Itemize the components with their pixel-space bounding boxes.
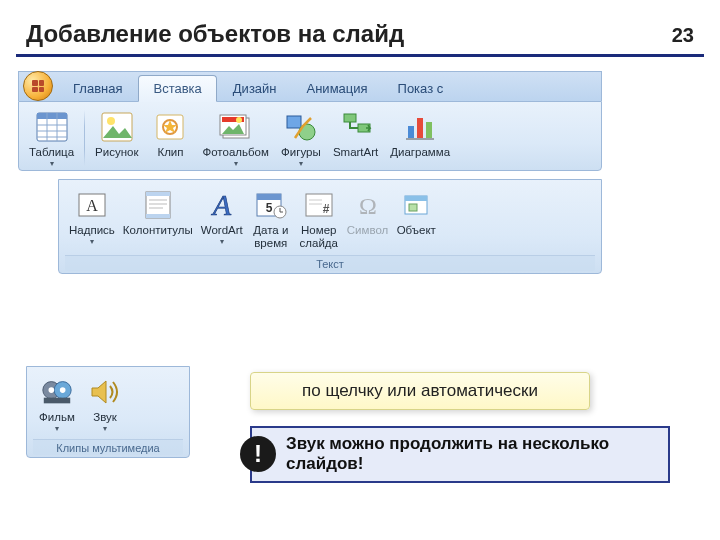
svg-point-8	[107, 117, 115, 125]
caret-icon: ▾	[50, 160, 54, 168]
symbol-label: Символ	[347, 224, 388, 238]
tab-animation[interactable]: Анимация	[293, 76, 382, 101]
object-button[interactable]: Объект	[392, 186, 440, 249]
exclamation-icon: !	[240, 436, 276, 472]
svg-text:Ω: Ω	[359, 193, 377, 219]
ribbon-illustrations: Таблица ▾ Рисунок ▾ Клип ▾ Фотоальбом ▾	[18, 101, 602, 171]
shapes-label: Фигуры	[281, 146, 321, 160]
svg-rect-17	[344, 114, 356, 122]
info-text: Звук можно продолжить на несколько слайд…	[286, 434, 658, 475]
slidenumber-label: Номер слайда	[300, 224, 338, 249]
sound-icon	[88, 375, 122, 409]
chart-icon	[403, 110, 437, 144]
clip-label: Клип	[157, 146, 183, 160]
svg-rect-33	[257, 194, 281, 200]
tab-home[interactable]: Главная	[59, 76, 136, 101]
sound-button[interactable]: Звук ▾	[81, 373, 129, 433]
picture-button[interactable]: Рисунок ▾	[91, 108, 142, 168]
headerfooter-icon	[141, 188, 175, 222]
clip-icon	[153, 110, 187, 144]
headerfooter-label: Колонтитулы	[123, 224, 193, 238]
textbox-button[interactable]: A Надпись ▾	[65, 186, 119, 249]
tab-insert[interactable]: Вставка	[138, 75, 216, 102]
photoalbum-button[interactable]: Фотоальбом ▾	[198, 108, 272, 168]
svg-rect-15	[287, 116, 301, 128]
svg-rect-26	[146, 192, 170, 196]
textbox-icon: A	[75, 188, 109, 222]
wordart-button[interactable]: A WordArt ▾	[197, 186, 247, 249]
svg-rect-20	[417, 118, 423, 138]
table-button[interactable]: Таблица ▾	[25, 108, 78, 168]
caret-icon: ▾	[90, 238, 94, 246]
svg-rect-19	[408, 126, 414, 138]
movie-icon	[40, 375, 74, 409]
table-label: Таблица	[29, 146, 74, 160]
smartart-label: SmartArt	[333, 146, 378, 160]
svg-rect-21	[426, 122, 432, 138]
datetime-label: Дата и время	[253, 224, 288, 249]
object-icon	[399, 188, 433, 222]
svg-rect-50	[44, 398, 70, 404]
svg-point-14	[236, 117, 242, 123]
group-media-label: Клипы мультимедиа	[33, 439, 183, 455]
svg-rect-27	[146, 214, 170, 218]
ribbon-media: Фильм ▾ Звук ▾ Клипы мультимедиа	[26, 366, 190, 458]
svg-rect-45	[409, 204, 417, 211]
caret-icon: ▾	[103, 425, 107, 433]
symbol-button: Ω Символ	[343, 186, 392, 249]
smartart-icon	[339, 110, 373, 144]
wordart-label: WordArt	[201, 224, 243, 238]
svg-text:A: A	[211, 189, 232, 221]
svg-text:5: 5	[265, 201, 272, 215]
svg-rect-44	[405, 196, 427, 201]
photoalbum-icon	[219, 110, 253, 144]
sound-label: Звук	[93, 411, 117, 425]
callout-autoplay: по щелчку или автоматически	[250, 372, 590, 410]
clip-button[interactable]: Клип ▾	[146, 108, 194, 168]
svg-point-48	[49, 387, 55, 393]
svg-rect-1	[37, 113, 67, 119]
chart-button[interactable]: Диаграмма ▾	[386, 108, 454, 168]
info-box: ! Звук можно продолжить на несколько сла…	[250, 426, 670, 483]
movie-label: Фильм	[39, 411, 75, 425]
svg-point-49	[60, 387, 66, 393]
photoalbum-label: Фотоальбом	[202, 146, 268, 160]
shapes-button[interactable]: Фигуры ▾	[277, 108, 325, 168]
textbox-label: Надпись	[69, 224, 115, 238]
table-icon	[35, 110, 69, 144]
datetime-button[interactable]: 5 Дата и время	[247, 186, 295, 249]
header-divider	[16, 54, 704, 57]
svg-text:A: A	[86, 197, 98, 214]
group-text-label: Текст	[65, 255, 595, 271]
caret-icon: ▾	[234, 160, 238, 168]
tab-show[interactable]: Показ с	[384, 76, 458, 101]
headerfooter-button[interactable]: Колонтитулы ▾	[119, 186, 197, 249]
page-title: Добавление объектов на слайд	[26, 20, 404, 48]
office-icon	[32, 80, 44, 92]
shapes-icon	[284, 110, 318, 144]
svg-text:#: #	[322, 202, 329, 216]
caret-icon: ▾	[55, 425, 59, 433]
slidenumber-button[interactable]: # Номер слайда	[295, 186, 343, 249]
movie-button[interactable]: Фильм ▾	[33, 373, 81, 433]
smartart-button[interactable]: SmartArt ▾	[329, 108, 382, 168]
office-button[interactable]	[23, 71, 53, 101]
chart-label: Диаграмма	[390, 146, 450, 160]
caret-icon: ▾	[299, 160, 303, 168]
symbol-icon: Ω	[351, 188, 385, 222]
slidenumber-icon: #	[302, 188, 336, 222]
wordart-icon: A	[205, 188, 239, 222]
object-label: Объект	[397, 224, 436, 238]
ribbon-text: A Надпись ▾ Колонтитулы ▾ A WordArt ▾	[58, 179, 602, 274]
picture-icon	[100, 110, 134, 144]
picture-label: Рисунок	[95, 146, 138, 160]
ribbon-tabs: Главная Вставка Дизайн Анимация Показ с	[18, 71, 602, 101]
page-number: 23	[672, 24, 694, 47]
caret-icon: ▾	[220, 238, 224, 246]
datetime-icon: 5	[254, 188, 288, 222]
tab-design[interactable]: Дизайн	[219, 76, 291, 101]
